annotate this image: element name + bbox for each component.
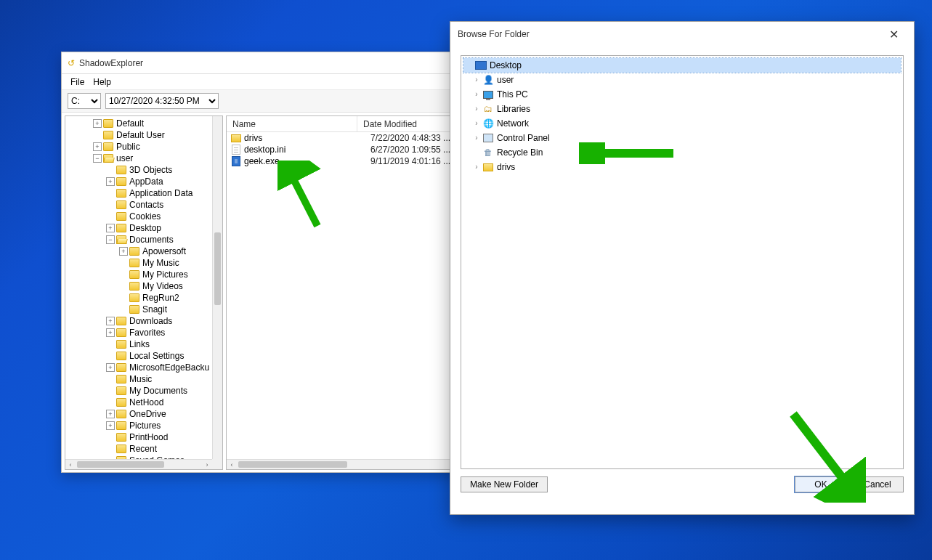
tree-twisty-icon[interactable]: + bbox=[93, 119, 102, 128]
tree-node[interactable]: Contacts bbox=[106, 199, 212, 211]
tree-node[interactable]: My Pictures bbox=[119, 269, 212, 280]
file-date: 6/27/2020 1:09:55 ... bbox=[370, 145, 450, 155]
tree-node[interactable]: +Default bbox=[93, 118, 212, 129]
tree-node[interactable]: +Pictures bbox=[106, 420, 212, 431]
chevron-icon[interactable]: › bbox=[472, 73, 481, 87]
tree-node[interactable]: Default User bbox=[93, 129, 212, 141]
dialog-tree-item[interactable]: ›👤user bbox=[463, 73, 901, 87]
network-icon: 🌐 bbox=[482, 118, 494, 129]
folder-icon bbox=[129, 247, 139, 256]
tree-twisty-icon[interactable]: + bbox=[106, 328, 115, 337]
exe-file-icon bbox=[232, 156, 240, 166]
chevron-icon[interactable]: › bbox=[472, 102, 481, 116]
cancel-button[interactable]: Cancel bbox=[851, 476, 904, 492]
folder-icon bbox=[116, 166, 126, 174]
tree-label: My Music bbox=[142, 257, 179, 269]
tree-label: Contacts bbox=[129, 199, 163, 211]
tree-node[interactable]: Local Settings bbox=[106, 350, 212, 362]
tree-node[interactable]: Application Data bbox=[106, 187, 212, 199]
dialog-tree-item[interactable]: Desktop bbox=[463, 58, 901, 73]
tree-node[interactable]: My Music bbox=[119, 257, 212, 269]
tree-node[interactable]: +MicrosoftEdgeBacku bbox=[106, 362, 212, 373]
tree-label: Apowersoft bbox=[142, 245, 186, 257]
tree-twisty-icon[interactable]: + bbox=[106, 317, 115, 325]
tree-node[interactable]: RegRun2 bbox=[119, 292, 212, 304]
menu-help[interactable]: Help bbox=[93, 77, 111, 87]
folder-icon bbox=[103, 142, 113, 151]
chevron-icon[interactable]: › bbox=[472, 160, 481, 174]
tree-node[interactable]: Snagit bbox=[119, 304, 212, 315]
tree-twisty-icon[interactable]: + bbox=[106, 410, 115, 418]
dialog-tree-item[interactable]: ›🌐Network bbox=[463, 116, 901, 131]
tree-node[interactable]: 3D Objects bbox=[106, 164, 212, 176]
close-icon[interactable]: ✕ bbox=[879, 28, 908, 41]
folder-icon bbox=[116, 445, 126, 453]
dialog-tree-item[interactable]: ›Control Panel bbox=[463, 131, 901, 145]
folder-icon bbox=[129, 282, 139, 291]
make-new-folder-button[interactable]: Make New Folder bbox=[461, 476, 548, 492]
dialog-tree-item[interactable]: 🗑Recycle Bin bbox=[463, 145, 901, 160]
dialog-folder-tree[interactable]: Desktop›👤user›This PC›🗂Libraries›🌐Networ… bbox=[461, 55, 904, 469]
tree-node[interactable]: My Videos bbox=[119, 280, 212, 292]
tree-twisty-icon[interactable]: + bbox=[93, 142, 102, 151]
chevron-icon[interactable]: › bbox=[472, 131, 481, 145]
tree-node[interactable]: −user bbox=[93, 153, 212, 164]
drive-select[interactable]: C: bbox=[68, 93, 101, 109]
tree-label: Favorites bbox=[129, 327, 165, 338]
col-name[interactable]: Name bbox=[227, 116, 357, 131]
folder-icon bbox=[116, 363, 126, 372]
tree-hscrollbar[interactable]: ‹ › bbox=[65, 459, 212, 469]
control-panel-icon bbox=[483, 134, 493, 142]
snapshot-select[interactable]: 10/27/2020 4:32:50 PM bbox=[105, 93, 219, 109]
tree-node[interactable]: +OneDrive bbox=[106, 408, 212, 420]
tree-node[interactable]: Links bbox=[106, 338, 212, 350]
file-name: drivs bbox=[244, 133, 370, 143]
chevron-icon[interactable]: › bbox=[472, 87, 481, 102]
tree-node[interactable]: +AppData bbox=[106, 176, 212, 187]
folder-icon bbox=[116, 398, 126, 407]
tree-vscrollbar[interactable] bbox=[212, 116, 222, 459]
tree-node[interactable]: −Documents bbox=[106, 234, 212, 245]
tree-node[interactable]: PrintHood bbox=[106, 431, 212, 443]
tree-twisty-icon[interactable]: + bbox=[106, 363, 115, 372]
folder-icon bbox=[103, 154, 113, 163]
tree-node[interactable]: Music bbox=[106, 373, 212, 385]
tree-node[interactable]: +Downloads bbox=[106, 315, 212, 327]
tree-node[interactable]: +Apowersoft bbox=[119, 245, 212, 257]
tree-label: RegRun2 bbox=[142, 292, 179, 304]
dialog-tree-label: Recycle Bin bbox=[497, 145, 543, 160]
dialog-tree-label: This PC bbox=[497, 87, 528, 102]
file-name: geek.exe bbox=[244, 156, 370, 166]
tree-twisty-icon[interactable]: − bbox=[106, 235, 115, 244]
dialog-tree-item[interactable]: ›🗂Libraries bbox=[463, 102, 901, 116]
chevron-icon[interactable]: › bbox=[472, 116, 481, 131]
tree-node[interactable]: NetHood bbox=[106, 397, 212, 408]
folder-tree[interactable]: +DefaultDefault User+Public−user 3D Obje… bbox=[65, 116, 212, 459]
folder-icon bbox=[116, 328, 126, 337]
folder-icon bbox=[116, 386, 126, 395]
dialog-tree-item[interactable]: ›drivs bbox=[463, 160, 901, 174]
folder-icon bbox=[116, 177, 126, 186]
tree-twisty-icon[interactable]: − bbox=[93, 154, 102, 163]
dialog-titlebar[interactable]: Browse For Folder ✕ bbox=[450, 22, 914, 46]
tree-node[interactable]: Cookies bbox=[106, 211, 212, 222]
tree-node[interactable]: +Public bbox=[93, 141, 212, 153]
tree-twisty-icon[interactable]: + bbox=[106, 177, 115, 186]
tree-label: AppData bbox=[129, 176, 163, 187]
this-pc-icon bbox=[483, 91, 493, 99]
tree-node[interactable]: +Desktop bbox=[106, 222, 212, 234]
menu-file[interactable]: File bbox=[70, 77, 84, 87]
tree-twisty-icon[interactable]: + bbox=[106, 421, 115, 430]
dialog-tree-label: Libraries bbox=[497, 102, 530, 116]
tree-node[interactable]: +Favorites bbox=[106, 327, 212, 338]
tree-node[interactable]: My Documents bbox=[106, 385, 212, 397]
tree-twisty-icon[interactable]: + bbox=[106, 224, 115, 232]
tree-twisty-icon[interactable]: + bbox=[119, 247, 128, 256]
tree-label: Default bbox=[116, 118, 144, 129]
ok-button[interactable]: OK bbox=[795, 476, 847, 492]
dialog-tree-item[interactable]: ›This PC bbox=[463, 87, 901, 102]
tree-node[interactable]: Recent bbox=[106, 443, 212, 455]
file-date: 9/11/2019 4:01:16 ... bbox=[370, 156, 450, 166]
tree-label: My Pictures bbox=[142, 269, 188, 280]
folder-icon bbox=[116, 224, 126, 232]
